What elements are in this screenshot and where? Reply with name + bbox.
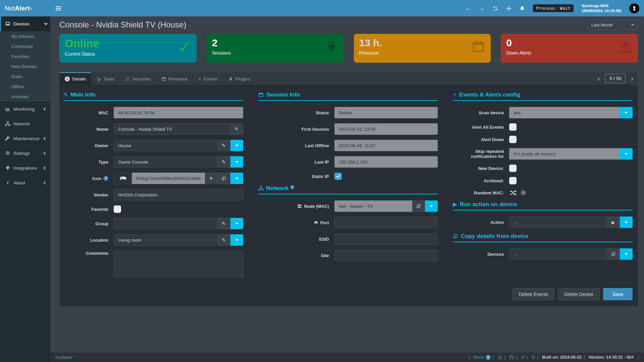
tab-events[interactable]: ⚡ Events bbox=[193, 72, 223, 85]
brand-prefix: Net bbox=[5, 5, 15, 12]
bug-icon[interactable] bbox=[497, 355, 502, 360]
skip-notifications-dropdown-button[interactable] bbox=[620, 148, 633, 160]
tab-plugins[interactable]: Plugins bbox=[223, 72, 256, 85]
sidebar-item-integrations[interactable]: Integrations bbox=[0, 161, 50, 175]
sidebar-item-about[interactable]: i About bbox=[0, 175, 50, 190]
favorite-checkbox[interactable] bbox=[114, 205, 121, 213]
group-dropdown-button[interactable] bbox=[230, 218, 243, 229]
refresh-icon[interactable] bbox=[493, 6, 498, 11]
owner-dropdown-button[interactable] bbox=[230, 140, 243, 151]
location-dropdown-button[interactable] bbox=[230, 234, 243, 246]
copy-from-device-button[interactable] bbox=[607, 248, 620, 260]
sidebar-item-new-devices[interactable]: New Devices bbox=[0, 61, 50, 71]
app-logo[interactable]: NetAlertx bbox=[0, 0, 50, 16]
comments-textarea[interactable] bbox=[114, 251, 243, 277]
edit-group-button[interactable]: ✎ bbox=[218, 218, 230, 229]
current-status-card[interactable]: Online Current Status ✓ bbox=[59, 34, 197, 63]
action-select[interactable]: -- bbox=[509, 217, 607, 228]
name-input[interactable] bbox=[114, 123, 230, 135]
action-dropdown-button[interactable] bbox=[620, 217, 633, 228]
sidebar-item-maintenance[interactable]: Maintenance bbox=[0, 131, 50, 146]
add-icon-button[interactable]: + bbox=[205, 173, 218, 184]
user-info[interactable]: Synology-NAS (26/06/2024, 14:19:40) bbox=[582, 3, 621, 13]
type-dropdown-button[interactable] bbox=[230, 156, 243, 168]
copy-devices-dropdown-button[interactable] bbox=[620, 248, 633, 260]
copy-devices-select[interactable]: -- bbox=[509, 248, 607, 260]
down-alerts-card[interactable]: 0 Down Alerts ⚠ bbox=[501, 34, 638, 63]
owner-input[interactable] bbox=[114, 140, 218, 151]
icon-base64-input[interactable] bbox=[132, 173, 205, 184]
icon-dropdown-button[interactable] bbox=[230, 173, 243, 184]
last-offline-input[interactable] bbox=[334, 140, 438, 151]
envelope-icon[interactable]: ✉ bbox=[521, 355, 525, 360]
first-session-input[interactable] bbox=[334, 123, 438, 135]
forward-arrow-icon[interactable]: → bbox=[479, 5, 485, 11]
presence-card[interactable]: 13 h. Presence bbox=[354, 34, 491, 63]
sidebar-item-archived[interactable]: Archived bbox=[0, 92, 50, 102]
alert-down-checkbox[interactable] bbox=[509, 136, 517, 143]
delete-device-button[interactable]: Delete Device bbox=[558, 288, 600, 300]
status-input[interactable] bbox=[334, 107, 438, 118]
node-mac-input[interactable] bbox=[334, 200, 413, 212]
location-input[interactable] bbox=[114, 234, 218, 246]
tab-presence[interactable]: Presence bbox=[156, 72, 193, 85]
save-button[interactable]: Save bbox=[603, 288, 633, 300]
type-input[interactable] bbox=[114, 156, 218, 168]
question-circle-icon[interactable]: ? bbox=[486, 355, 491, 360]
back-arrow-icon[interactable]: ← bbox=[465, 5, 471, 11]
delete-events-button[interactable]: Delete Events bbox=[513, 288, 554, 300]
tab-details[interactable]: i Details bbox=[59, 72, 91, 85]
move-icon[interactable] bbox=[506, 6, 512, 11]
docs-link[interactable]: Docs bbox=[474, 355, 484, 360]
last-ip-input[interactable] bbox=[334, 156, 438, 168]
prev-device-button[interactable]: ‹ bbox=[595, 75, 603, 82]
help-icon[interactable]: ? bbox=[103, 176, 108, 181]
sidebar-item-monitoring[interactable]: Monitoring bbox=[0, 102, 50, 116]
sidebar-item-favorites[interactable]: Favorites bbox=[0, 51, 50, 61]
vendor-input[interactable] bbox=[114, 189, 243, 200]
avatar[interactable] bbox=[629, 3, 639, 13]
help-icon[interactable]: ? bbox=[290, 185, 294, 189]
footer-brand[interactable]: NetAlertx bbox=[55, 355, 73, 360]
tab-tools[interactable]: Tools bbox=[91, 72, 120, 85]
group-input[interactable] bbox=[114, 218, 218, 229]
new-device-checkbox[interactable] bbox=[509, 165, 517, 172]
copy-icon-button[interactable] bbox=[218, 173, 230, 184]
scan-device-select[interactable]: yes bbox=[509, 107, 620, 118]
copyright-icon[interactable]: © bbox=[532, 355, 535, 360]
sidebar-item-offline[interactable]: Offline bbox=[0, 81, 50, 92]
sidebar-item-settings[interactable]: ⚙ Settings bbox=[0, 146, 50, 161]
open-node-button[interactable] bbox=[412, 200, 425, 212]
edit-location-button[interactable]: ✎ bbox=[218, 234, 230, 246]
info-icon[interactable]: i bbox=[521, 190, 526, 195]
bell-icon[interactable] bbox=[520, 6, 525, 11]
ssid-input[interactable] bbox=[334, 233, 438, 245]
scan-device-dropdown-button[interactable] bbox=[620, 107, 633, 118]
run-action-button[interactable]: ▶ bbox=[607, 217, 620, 228]
github-icon[interactable] bbox=[509, 355, 514, 360]
sessions-card[interactable]: 2 Sessions bbox=[207, 34, 344, 63]
sidebar-item-devices[interactable]: Devices bbox=[0, 16, 50, 31]
sidebar-item-my-devices[interactable]: My Devices bbox=[0, 31, 50, 41]
port-input[interactable] bbox=[334, 217, 438, 228]
menu-toggle-button[interactable] bbox=[50, 0, 66, 16]
next-device-button[interactable]: › bbox=[628, 75, 636, 82]
period-selector[interactable]: Last Month bbox=[588, 20, 638, 30]
site-input[interactable] bbox=[334, 250, 438, 261]
brand-sup: x bbox=[30, 6, 32, 10]
edit-name-button[interactable]: ✎ bbox=[230, 123, 243, 135]
static-ip-checkbox[interactable] bbox=[334, 173, 342, 180]
alert-all-events-checkbox[interactable] bbox=[509, 123, 517, 131]
pencil-icon: ✎ bbox=[222, 221, 226, 226]
skip-notifications-select[interactable]: 0 h (notify all events) bbox=[509, 148, 620, 160]
edit-owner-button[interactable]: ✎ bbox=[218, 140, 230, 151]
tab-sessions[interactable]: Sessions bbox=[120, 72, 156, 85]
sidebar-item-network[interactable]: Network bbox=[0, 116, 50, 131]
sitemap-icon bbox=[258, 186, 264, 191]
mac-input[interactable] bbox=[114, 107, 243, 118]
edit-type-button[interactable]: ✎ bbox=[218, 156, 230, 168]
node-dropdown-button[interactable] bbox=[425, 200, 438, 212]
sidebar-item-connected[interactable]: Connected bbox=[0, 41, 50, 51]
archived-checkbox[interactable] bbox=[509, 177, 517, 184]
sidebar-item-down[interactable]: Down bbox=[0, 71, 50, 81]
